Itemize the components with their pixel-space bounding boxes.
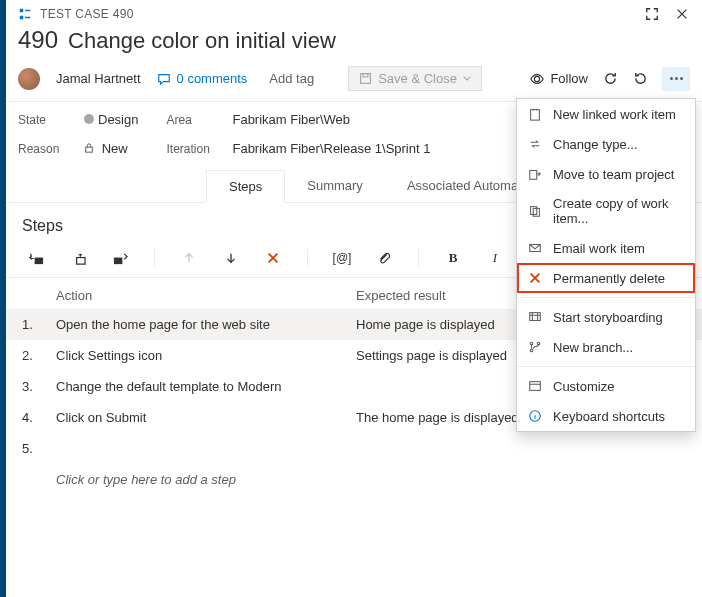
fullscreen-icon[interactable] xyxy=(644,6,660,22)
follow-button[interactable]: Follow xyxy=(530,71,588,86)
menu-customize[interactable]: Customize xyxy=(517,371,695,401)
close-icon[interactable] xyxy=(674,6,690,22)
svg-rect-10 xyxy=(530,171,537,180)
reason-label: Reason xyxy=(18,142,72,156)
menu-change-type[interactable]: Change type... xyxy=(517,129,695,159)
comments-label: 0 comments xyxy=(177,71,248,86)
change-type-icon xyxy=(527,136,543,152)
insert-param-icon[interactable] xyxy=(112,250,128,266)
state-value[interactable]: Design xyxy=(84,112,138,127)
copy-icon xyxy=(527,203,543,219)
attachment-icon[interactable] xyxy=(376,250,392,266)
step-action[interactable]: Change the default template to Modern xyxy=(56,379,356,394)
title-row: 490 Change color on initial view xyxy=(6,24,702,62)
svg-rect-18 xyxy=(530,382,541,391)
delete-x-icon xyxy=(527,270,543,286)
menu-new-linked-work-item[interactable]: New linked work item xyxy=(517,99,695,129)
svg-rect-5 xyxy=(86,147,93,152)
area-label: Area xyxy=(166,113,220,127)
step-action[interactable]: Open the home page for the web site xyxy=(56,317,356,332)
info-icon xyxy=(527,408,543,424)
insert-step-icon[interactable] xyxy=(28,250,44,266)
separator xyxy=(418,249,419,267)
svg-rect-7 xyxy=(76,257,84,264)
new-linked-icon xyxy=(527,106,543,122)
menu-separator xyxy=(517,297,695,298)
step-row[interactable]: 5. xyxy=(6,433,702,464)
header-row: TEST CASE 490 xyxy=(6,0,702,24)
work-item-id: 490 xyxy=(18,26,58,54)
svg-rect-8 xyxy=(113,257,121,264)
save-and-close-button: Save & Close xyxy=(348,66,482,91)
tab-steps[interactable]: Steps xyxy=(206,170,285,203)
svg-rect-1 xyxy=(20,16,24,20)
customize-icon xyxy=(527,378,543,394)
svg-rect-9 xyxy=(531,110,540,121)
col-expected-header: Expected result xyxy=(356,288,446,303)
separator xyxy=(307,249,308,267)
revert-icon[interactable] xyxy=(632,71,648,87)
area-value[interactable]: Fabrikam Fiber\Web xyxy=(232,112,350,127)
menu-start-storyboarding[interactable]: Start storyboarding xyxy=(517,302,695,332)
svg-rect-14 xyxy=(530,313,541,321)
refresh-icon[interactable] xyxy=(602,71,618,87)
menu-email-work-item[interactable]: Email work item xyxy=(517,233,695,263)
tab-summary[interactable]: Summary xyxy=(285,170,385,202)
iteration-label: Iteration xyxy=(166,142,220,156)
author-name[interactable]: Jamal Hartnett xyxy=(56,71,141,86)
menu-keyboard-shortcuts[interactable]: Keyboard shortcuts xyxy=(517,401,695,431)
menu-permanently-delete[interactable]: Permanently delete xyxy=(517,263,695,293)
svg-point-4 xyxy=(535,76,540,81)
state-dot-icon xyxy=(84,114,94,124)
more-actions-menu: New linked work item Change type... Move… xyxy=(516,98,696,432)
svg-rect-3 xyxy=(363,74,368,77)
test-case-icon xyxy=(18,7,32,21)
move-icon xyxy=(527,166,543,182)
move-up-icon xyxy=(181,250,197,266)
svg-rect-2 xyxy=(361,74,371,84)
col-action-header: Action xyxy=(56,288,356,303)
reason-value[interactable]: New xyxy=(84,141,128,156)
step-placeholder[interactable]: Click or type here to add a step xyxy=(56,472,356,487)
menu-create-copy[interactable]: Create copy of work item... xyxy=(517,189,695,233)
iteration-value[interactable]: Fabrikam Fiber\Release 1\Sprint 1 xyxy=(232,141,430,156)
bold-icon[interactable]: B xyxy=(445,250,461,266)
more-actions-button[interactable] xyxy=(662,67,690,91)
lock-icon xyxy=(84,143,94,153)
move-down-icon[interactable] xyxy=(223,250,239,266)
mention-icon[interactable]: [@] xyxy=(334,250,350,266)
email-icon xyxy=(527,240,543,256)
work-item-title[interactable]: Change color on initial view xyxy=(68,28,336,54)
delete-step-icon[interactable] xyxy=(265,250,281,266)
menu-separator xyxy=(517,366,695,367)
add-tag-button[interactable]: Add tag xyxy=(263,69,320,88)
work-item-type-label: TEST CASE 490 xyxy=(40,7,134,21)
meta-row: Jamal Hartnett 0 comments Add tag Save &… xyxy=(6,62,702,102)
svg-rect-6 xyxy=(34,257,42,264)
state-label: State xyxy=(18,113,72,127)
step-action[interactable]: Click Settings icon xyxy=(56,348,356,363)
branch-icon xyxy=(527,339,543,355)
menu-move-team-project[interactable]: Move to team project xyxy=(517,159,695,189)
italic-icon[interactable]: I xyxy=(487,250,503,266)
step-placeholder-row[interactable]: Click or type here to add a step xyxy=(6,464,702,495)
insert-shared-step-icon[interactable] xyxy=(70,250,86,266)
comments-link[interactable]: 0 comments xyxy=(157,71,248,86)
step-action[interactable]: Click on Submit xyxy=(56,410,356,425)
svg-rect-0 xyxy=(20,9,24,13)
svg-point-16 xyxy=(530,349,533,352)
separator xyxy=(154,249,155,267)
avatar[interactable] xyxy=(18,68,40,90)
menu-new-branch[interactable]: New branch... xyxy=(517,332,695,362)
storyboard-icon xyxy=(527,309,543,325)
